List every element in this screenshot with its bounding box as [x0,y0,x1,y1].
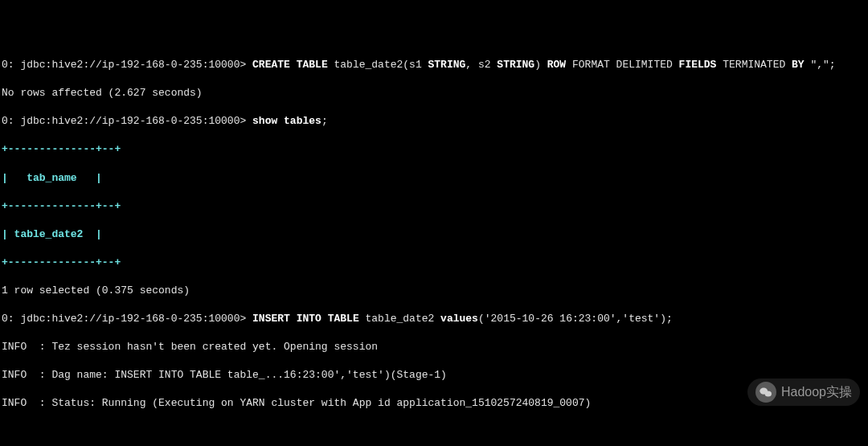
table-row: | table_date2 | [2,227,866,242]
info-3: INFO : Status: Running (Executing on YAR… [2,396,866,411]
table-header: | tab_name | [2,171,866,186]
table-border: +--------------+--+ [2,142,866,157]
watermark: Hadoop实操 [747,378,860,406]
result-2: 1 row selected (0.375 seconds) [2,284,866,298]
prompt-line-2: 0: jdbc:hive2://ip-192-168-0-235:10000> … [2,114,866,129]
info-2: INFO : Dag name: INSERT INTO TABLE table… [2,368,866,383]
prompt-line-1: 0: jdbc:hive2://ip-192-168-0-235:10000> … [2,58,866,72]
prompt-line-3: 0: jdbc:hive2://ip-192-168-0-235:10000> … [2,312,866,326]
table-border: +--------------+--+ [2,256,866,270]
watermark-text: Hadoop实操 [781,383,852,401]
table-border: +--------------+--+ [2,199,866,214]
wechat-icon [755,382,776,403]
info-1: INFO : Tez session hasn't been created y… [2,340,866,354]
svg-point-1 [765,391,772,397]
result-1: No rows affected (2.627 seconds) [2,86,866,100]
